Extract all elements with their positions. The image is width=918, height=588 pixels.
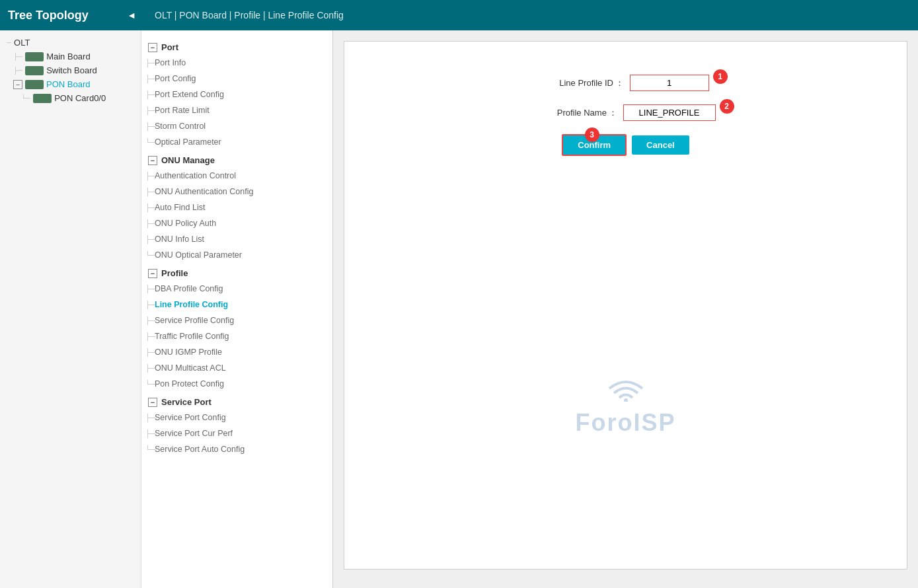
sidebar-title: Tree Topology ◄ <box>0 9 141 22</box>
sidebar-item-pon-board[interactable]: − PON Board <box>0 77 141 91</box>
menu-onu-info-list[interactable]: ONU Info List <box>141 231 332 247</box>
menu-onu-optical-param[interactable]: ONU Optical Parameter <box>141 247 332 263</box>
service-port-section-header: − Service Port <box>141 392 332 410</box>
pon-board-label: PON Board <box>46 79 90 89</box>
pon-board-icon <box>25 80 44 89</box>
step-badge-3: 3 <box>585 128 599 142</box>
port-section-header: − Port <box>141 37 332 55</box>
sidebar-item-olt[interactable]: ─ OLT <box>0 36 141 50</box>
content-area: Line Profile ID ： 1 Profile Name ： 2 3 C… <box>333 30 918 588</box>
menu-panel: − Port Port Info Port Config Port Extend… <box>141 30 333 588</box>
menu-traffic-profile-config[interactable]: Traffic Profile Config <box>141 328 332 344</box>
step-badge-2: 2 <box>720 99 734 114</box>
menu-port-config[interactable]: Port Config <box>141 71 332 87</box>
onu-manage-section-header: − ONU Manage <box>141 150 332 168</box>
watermark: ForoISP <box>575 375 675 437</box>
sidebar-item-pon-card[interactable]: └─ PON Card0/0 <box>0 91 141 105</box>
watermark-text: ForoISP <box>575 409 675 436</box>
profile-menu-items: DBA Profile Config Line Profile Config S… <box>141 281 332 392</box>
port-section-expand[interactable]: − <box>148 43 157 52</box>
main-container: ─ OLT ├─ Main Board ├─ Switch Board − PO… <box>0 30 918 588</box>
line-profile-form: Line Profile ID ： 1 Profile Name ： 2 3 C… <box>358 55 894 189</box>
pon-card-label: PON Card0/0 <box>54 93 106 103</box>
service-port-section-label: Service Port <box>161 397 211 407</box>
step-badge-1: 1 <box>713 69 728 84</box>
pon-board-expand[interactable]: − <box>13 80 22 89</box>
header: Tree Topology ◄ OLT | PON Board | Profil… <box>0 0 918 30</box>
menu-onu-policy-auth[interactable]: ONU Policy Auth <box>141 215 332 231</box>
menu-auth-control[interactable]: Authentication Control <box>141 168 332 184</box>
svg-point-0 <box>623 398 627 402</box>
olt-label: OLT <box>14 38 30 48</box>
menu-onu-igmp-profile[interactable]: ONU IGMP Profile <box>141 344 332 360</box>
switch-board-icon <box>25 66 44 75</box>
switch-board-label: Switch Board <box>46 65 97 75</box>
menu-service-port-cur-perf[interactable]: Service Port Cur Perf <box>141 425 332 441</box>
sidebar-item-main-board[interactable]: ├─ Main Board <box>0 50 141 63</box>
menu-port-extend-config[interactable]: Port Extend Config <box>141 87 332 102</box>
service-port-section-expand[interactable]: − <box>148 398 157 407</box>
profile-section-label: Profile <box>161 268 188 278</box>
sidebar-item-switch-board[interactable]: ├─ Switch Board <box>0 63 141 77</box>
main-board-label: Main Board <box>46 52 90 61</box>
menu-onu-multicast-acl[interactable]: ONU Multicast ACL <box>141 360 332 376</box>
profile-name-row: Profile Name ： 2 <box>384 104 867 121</box>
menu-storm-control[interactable]: Storm Control <box>141 118 332 134</box>
profile-section-expand[interactable]: − <box>148 269 157 278</box>
line-profile-id-input[interactable] <box>630 75 709 91</box>
profile-section-header: − Profile <box>141 263 332 281</box>
profile-name-input[interactable] <box>623 104 716 121</box>
cancel-button[interactable]: Cancel <box>632 135 689 155</box>
menu-pon-protect-config[interactable]: Pon Protect Config <box>141 376 332 392</box>
content-inner: Line Profile ID ： 1 Profile Name ： 2 3 C… <box>344 41 907 570</box>
form-buttons-row: 3 Confirm Cancel <box>384 134 867 156</box>
sidebar: ─ OLT ├─ Main Board ├─ Switch Board − PO… <box>0 30 141 588</box>
menu-service-profile-config[interactable]: Service Profile Config <box>141 312 332 328</box>
menu-port-rate-limit[interactable]: Port Rate Limit <box>141 102 332 118</box>
watermark-wifi-icon <box>575 375 675 406</box>
sidebar-collapse-button[interactable]: ◄ <box>127 10 141 20</box>
onu-manage-section-label: ONU Manage <box>161 155 215 165</box>
port-section-label: Port <box>161 42 178 52</box>
onu-manage-menu-items: Authentication Control ONU Authenticatio… <box>141 168 332 263</box>
breadcrumb: OLT | PON Board | Profile | Line Profile… <box>141 10 344 20</box>
line-profile-id-row: Line Profile ID ： 1 <box>384 75 867 91</box>
onu-manage-section-expand[interactable]: − <box>148 156 157 165</box>
menu-auto-find-list[interactable]: Auto Find List <box>141 200 332 215</box>
port-menu-items: Port Info Port Config Port Extend Config… <box>141 55 332 150</box>
menu-port-info[interactable]: Port Info <box>141 55 332 71</box>
menu-onu-auth-config[interactable]: ONU Authentication Config <box>141 184 332 200</box>
menu-dba-profile-config[interactable]: DBA Profile Config <box>141 281 332 297</box>
tree-topology-title: Tree Topology <box>8 9 89 22</box>
main-board-icon <box>25 52 44 61</box>
menu-line-profile-config[interactable]: Line Profile Config <box>141 297 332 312</box>
line-profile-id-label: Line Profile ID ： <box>524 77 630 89</box>
menu-optical-parameter[interactable]: Optical Parameter <box>141 134 332 150</box>
pon-card-icon <box>33 94 52 103</box>
menu-service-port-auto-config[interactable]: Service Port Auto Config <box>141 441 332 457</box>
menu-service-port-config[interactable]: Service Port Config <box>141 410 332 425</box>
service-port-menu-items: Service Port Config Service Port Cur Per… <box>141 410 332 457</box>
profile-name-label: Profile Name ： <box>517 107 623 119</box>
